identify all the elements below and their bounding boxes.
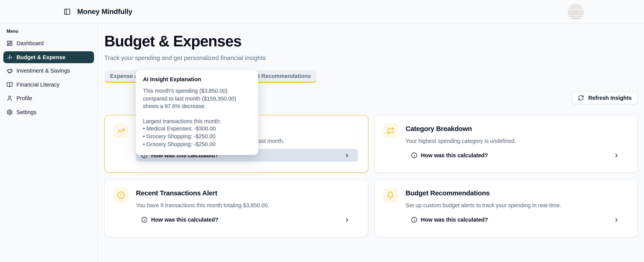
bar-chart-icon <box>6 54 13 60</box>
piggy-bank-icon <box>6 68 13 74</box>
chevron-right-icon <box>344 152 350 158</box>
page-subtitle: Track your spending and get personalized… <box>104 54 638 61</box>
chevron-right-icon <box>614 152 619 158</box>
panel-left-icon <box>64 8 70 15</box>
info-icon <box>411 152 417 158</box>
sidebar-item-label: Dashboard <box>16 40 44 46</box>
how-calculated-label: How was this calculated? <box>151 217 218 223</box>
dashboard-grid-icon <box>6 40 13 46</box>
tooltip-list-intro: Largest transactions this month: <box>143 118 251 125</box>
sidebar-item-label: Settings <box>16 109 36 115</box>
refresh-insights-label: Refresh Insights <box>588 95 632 101</box>
tooltip-summary: This month's spending ($3,850.00) compar… <box>143 87 251 110</box>
tooltip-bullet: Grocery Shopping: -$250.00 <box>143 141 251 148</box>
card-subtitle: You have 9 transactions this month total… <box>136 202 358 208</box>
app-window: Money Mindfully <box>0 0 644 262</box>
sidebar: Menu Dashboard Budget & Expense Investme… <box>0 23 98 262</box>
insight-card-budget-recommendations: Budget Recommendations Set up custom bud… <box>374 179 638 237</box>
app-title: Money Mindfully <box>77 7 132 16</box>
sidebar-toggle-button[interactable] <box>62 6 72 16</box>
sidebar-item-label: Investment & Savings <box>16 68 70 74</box>
chevron-right-icon <box>614 217 619 223</box>
how-calculated-row[interactable]: How was this calculated? <box>136 213 358 226</box>
how-calculated-row[interactable]: How was this calculated? <box>406 213 628 226</box>
repeat-icon <box>383 123 398 138</box>
gear-icon <box>6 109 13 115</box>
refresh-icon <box>578 95 584 101</box>
sidebar-item-financial-literacy[interactable]: Financial Literacy <box>3 78 94 90</box>
alert-circle-icon <box>113 188 128 202</box>
card-title: Category Breakdown <box>406 125 628 133</box>
tooltip-bullet: Medical Expenses: -$300.00 <box>143 125 251 133</box>
top-header: Money Mindfully <box>0 0 644 23</box>
insight-card-recent-transactions: Recent Transactions Alert You have 9 tra… <box>104 179 368 237</box>
info-icon <box>411 217 417 223</box>
user-avatar[interactable] <box>568 3 584 20</box>
insight-card-category-breakdown: Category Breakdown Your highest spending… <box>374 115 638 173</box>
sidebar-item-investment-savings[interactable]: Investment & Savings <box>3 65 94 77</box>
tooltip-bullet: Grocery Shopping: -$250.00 <box>143 133 251 141</box>
card-subtitle: Your highest spending category is undefi… <box>406 138 628 144</box>
sidebar-item-label: Profile <box>16 95 32 101</box>
trending-up-icon <box>113 123 128 138</box>
sidebar-item-dashboard[interactable]: Dashboard <box>3 37 94 49</box>
card-subtitle: Set up custom budget alerts to track you… <box>406 202 628 208</box>
sidebar-item-profile[interactable]: Profile <box>3 92 94 104</box>
sidebar-item-settings[interactable]: Settings <box>3 106 94 118</box>
chevron-right-icon <box>344 217 350 223</box>
bell-icon <box>383 188 398 202</box>
card-title: Budget Recommendations <box>406 189 628 197</box>
card-title: Recent Transactions Alert <box>136 189 358 197</box>
sidebar-item-budget-expense[interactable]: Budget & Expense <box>3 51 94 63</box>
tooltip-title: AI Insight Explanation <box>143 76 251 82</box>
how-calculated-label: How was this calculated? <box>421 217 488 223</box>
sidebar-menu-label: Menu <box>6 29 97 34</box>
sidebar-item-label: Financial Literacy <box>16 81 60 87</box>
book-open-icon <box>6 81 13 87</box>
refresh-insights-button[interactable]: Refresh Insights <box>572 92 638 104</box>
ai-insight-tooltip: AI Insight Explanation This month's spen… <box>136 70 258 155</box>
how-calculated-row[interactable]: How was this calculated? <box>406 149 628 162</box>
page-title: Budget & Expenses <box>104 33 638 50</box>
info-icon <box>141 217 148 223</box>
sidebar-item-label: Budget & Expense <box>16 54 66 60</box>
user-icon <box>6 95 13 101</box>
how-calculated-label: How was this calculated? <box>421 152 488 158</box>
